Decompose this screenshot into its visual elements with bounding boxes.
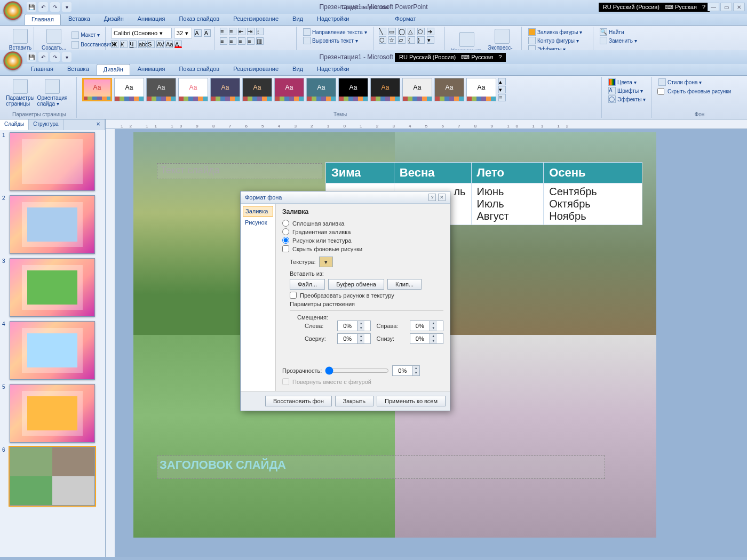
shape-icon[interactable]: ☆ (388, 36, 396, 44)
text-direction[interactable]: Направление текста ▾ (302, 28, 370, 36)
theme-fonts[interactable]: AШрифты ▾ (607, 86, 648, 95)
theme-swatch[interactable]: Аа (210, 78, 240, 101)
file-button[interactable]: Файл... (290, 279, 325, 290)
justify-icon[interactable]: ≡ (247, 37, 255, 45)
font-color-icon[interactable]: A (174, 41, 182, 48)
theme-swatch[interactable]: Аа (338, 78, 368, 101)
undo-icon[interactable]: ↶ (38, 52, 48, 62)
slide-thumb[interactable] (10, 384, 95, 443)
tab2-view[interactable]: Вид (286, 64, 309, 75)
help-icon[interactable]: ? (498, 54, 502, 60)
line-spacing-icon[interactable]: ↕ (256, 28, 264, 35)
orientation-button[interactable]: Ориентация слайда ▾ (37, 78, 67, 108)
redo-icon[interactable]: ↷ (50, 2, 60, 12)
tab-slideshow[interactable]: Показ слайдов (172, 14, 226, 25)
checkbox-hide-bg[interactable] (282, 245, 289, 252)
theme-swatch[interactable]: Аа (242, 78, 272, 101)
text-placeholder[interactable]: Текст слайда (157, 163, 322, 179)
transparency-slider[interactable] (325, 366, 389, 375)
save-icon[interactable]: 💾 (27, 2, 36, 12)
th-spring[interactable]: Весна (394, 163, 471, 183)
clipart-button[interactable]: Клип... (387, 279, 422, 290)
tab2-review[interactable]: Рецензирование (227, 64, 285, 75)
align-left-icon[interactable]: ≡ (220, 37, 227, 45)
clipboard-button[interactable]: Буфер обмена (328, 279, 384, 290)
align-center-icon[interactable]: ≡ (229, 37, 236, 45)
transparency-value[interactable]: ▲▼ (392, 365, 420, 376)
texture-picker[interactable]: ▾ (319, 257, 333, 267)
shape-icon[interactable]: } (417, 36, 425, 44)
theme-swatch[interactable]: Аа (434, 78, 464, 101)
language-bar-2[interactable]: RU Русский (Россия) ⌨ Русская ? (395, 53, 506, 62)
indent-inc-icon[interactable]: ⇥ (247, 28, 255, 35)
font-name-combo[interactable]: Calibri (Основно▾ (111, 28, 172, 38)
close-panel-icon[interactable]: ✕ (92, 119, 105, 130)
shape-icon[interactable]: ⬠ (417, 28, 425, 35)
office-button-2[interactable] (3, 51, 22, 70)
font-size-combo[interactable]: 32▾ (174, 28, 193, 38)
bold-icon[interactable]: Ж (111, 41, 118, 48)
grow-font-icon[interactable]: A (194, 29, 201, 37)
th-summer[interactable]: Лето (471, 163, 544, 183)
shape-icon[interactable]: ➔ (427, 28, 434, 35)
tab2-slideshow[interactable]: Показ слайдов (172, 64, 226, 75)
close-dialog-button[interactable]: Закрыть (335, 396, 374, 406)
slide-thumb[interactable] (10, 321, 95, 380)
radio-gradient[interactable] (282, 228, 289, 235)
slide-thumb[interactable] (10, 195, 95, 254)
tab2-design[interactable]: Дизайн (97, 64, 130, 75)
tab-view[interactable]: Вид (286, 14, 309, 25)
background-styles[interactable]: Стили фона ▾ (657, 78, 742, 86)
shape-fill[interactable]: Заливка фигуры ▾ (527, 28, 590, 36)
nav-picture[interactable]: Рисунок (243, 218, 273, 227)
tab-addins[interactable]: Надстройки (311, 14, 355, 25)
slide-thumb[interactable] (10, 447, 95, 506)
tab2-insert[interactable]: Вставка (61, 64, 96, 75)
minimize-button-1[interactable]: — (708, 3, 719, 11)
theme-colors[interactable]: Цвета ▾ (607, 78, 648, 86)
shadow-icon[interactable]: S (147, 41, 155, 48)
tab2-addins[interactable]: Надстройки (311, 64, 355, 75)
new-slide-button[interactable]: Создать... (39, 28, 68, 52)
replace-button[interactable]: Заменить ▾ (599, 36, 640, 45)
apply-all-button[interactable]: Применить ко всем (377, 396, 446, 406)
shape-icon[interactable]: ▱ (398, 36, 406, 44)
italic-icon[interactable]: К (120, 41, 128, 48)
slide-thumb[interactable] (10, 132, 95, 191)
hide-bg-checkbox[interactable] (657, 88, 664, 95)
radio-picture[interactable] (282, 237, 289, 244)
tab-format[interactable]: Формат (388, 14, 422, 25)
offset-right[interactable]: ▲▼ (410, 321, 443, 331)
tab-animation[interactable]: Анимация (131, 14, 172, 25)
tab2-animation[interactable]: Анимация (131, 64, 172, 75)
shape-icon[interactable]: { (408, 36, 415, 44)
close-icon[interactable]: ✕ (438, 194, 446, 201)
char-spacing-icon[interactable]: AV (156, 41, 164, 48)
qat-more-icon[interactable]: ▾ (62, 52, 71, 62)
shape-more-icon[interactable]: ▾ (427, 36, 434, 44)
save-icon[interactable]: 💾 (27, 52, 36, 62)
reset-bg-button[interactable]: Восстановить фон (265, 396, 332, 406)
tab-review[interactable]: Рецензирование (227, 14, 285, 25)
cell[interactable]: СентябрьОктябрьНоябрь (544, 183, 642, 225)
shape-outline[interactable]: Контур фигуры ▾ (527, 36, 590, 45)
theme-swatch[interactable]: Аа (82, 78, 112, 101)
close-button-1[interactable]: ✕ (733, 3, 745, 11)
radio-solid[interactable] (282, 220, 289, 227)
redo-icon[interactable]: ↷ (50, 52, 60, 62)
case-icon[interactable]: Aa (165, 41, 173, 48)
undo-icon[interactable]: ↶ (38, 2, 48, 12)
office-button-1[interactable] (3, 1, 22, 20)
tab-insert[interactable]: Вставка (62, 14, 97, 25)
offset-top[interactable]: ▲▼ (337, 333, 371, 344)
checkbox-tile[interactable] (290, 292, 297, 299)
title-placeholder[interactable]: ЗАГОЛОВОК СЛАЙДА (157, 455, 605, 479)
th-autumn[interactable]: Осень (544, 163, 642, 183)
language-bar-1[interactable]: RU Русский (Россия) ⌨ Русская ? (599, 3, 710, 12)
strike-icon[interactable]: abc (138, 41, 146, 48)
theme-effects[interactable]: ◯Эффекты ▾ (607, 95, 648, 103)
tab-home[interactable]: Главная (25, 14, 61, 25)
theme-swatch[interactable]: Аа (114, 78, 144, 101)
shape-icon[interactable]: ▭ (388, 28, 396, 35)
cell[interactable]: ИюньИюльАвгуст (471, 183, 544, 225)
